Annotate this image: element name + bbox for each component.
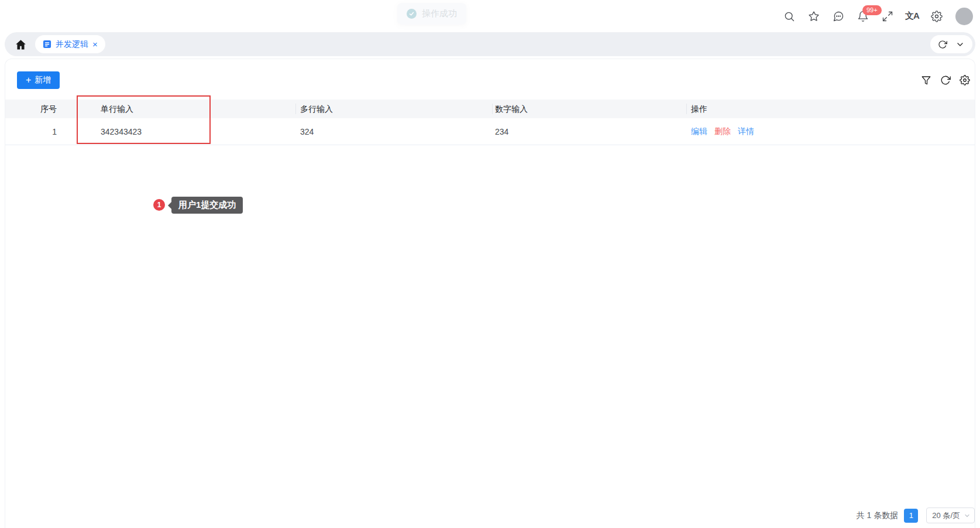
bell-icon[interactable]: 99+ (857, 11, 869, 22)
add-button-label: 新增 (35, 75, 51, 85)
cell-multi-line: 324 (295, 127, 492, 136)
select-chevron-icon (964, 512, 971, 519)
column-header-actions: 操作 (686, 100, 975, 118)
pagination: 共 1 条数据 1 20 条/页 (857, 508, 975, 523)
page-size-value: 20 条/页 (932, 510, 960, 521)
detail-link[interactable]: 详情 (738, 126, 754, 137)
table-toolbar (921, 75, 970, 85)
message-icon[interactable] (833, 11, 844, 22)
notification-badge: 99+ (862, 5, 882, 15)
tab-label: 并发逻辑 (56, 39, 88, 50)
document-icon (43, 40, 51, 49)
table-header: 序号 单行输入 多行输入 数字输入 操作 (5, 100, 975, 118)
cell-actions: 编辑 删除 详情 (686, 126, 975, 137)
tab-concurrent-logic[interactable]: 并发逻辑 × (35, 35, 105, 53)
cell-single-line: 342343423 (77, 127, 295, 136)
refresh-table-icon[interactable] (940, 75, 951, 85)
chevron-down-icon[interactable] (955, 40, 965, 49)
edit-link[interactable]: 编辑 (691, 126, 707, 137)
tab-bar: 并发逻辑 × (5, 32, 975, 56)
success-toast: 操作成功 (397, 3, 466, 25)
delete-link[interactable]: 删除 (714, 126, 731, 137)
column-header-number: 数字输入 (492, 100, 686, 118)
column-header-multi-line: 多行输入 (295, 100, 492, 118)
column-header-index: 序号 (5, 100, 77, 118)
pagination-page-1[interactable]: 1 (904, 509, 918, 523)
step-tooltip: 用户1提交成功 (171, 197, 243, 214)
refresh-icon[interactable] (938, 40, 947, 49)
table-row: 1 342343423 324 234 编辑 删除 详情 (5, 118, 975, 145)
tab-bar-controls (930, 35, 972, 53)
app-window: 操作成功 99+ 文A (0, 0, 980, 528)
content-panel: + 新增 序号 单行输入 多行输入 数字输入 操作 1 342343423 (5, 59, 975, 528)
page-size-select[interactable]: 20 条/页 (926, 508, 975, 523)
check-circle-icon (407, 9, 417, 19)
toast-message: 操作成功 (422, 8, 457, 19)
cell-index: 1 (5, 127, 77, 136)
fullscreen-icon[interactable] (882, 11, 893, 22)
cell-number: 234 (492, 127, 686, 136)
add-button[interactable]: + 新增 (17, 71, 60, 89)
home-icon[interactable] (13, 37, 28, 52)
filter-icon[interactable] (921, 75, 931, 85)
star-icon[interactable] (808, 11, 820, 22)
topbar-actions: 99+ 文A (783, 0, 973, 32)
top-bar: 操作成功 99+ 文A (0, 0, 980, 32)
column-header-single-line: 单行输入 (77, 100, 295, 118)
translate-icon[interactable]: 文A (906, 11, 918, 22)
column-settings-icon[interactable] (960, 75, 970, 85)
search-icon[interactable] (783, 11, 795, 22)
plus-icon: + (26, 76, 31, 85)
settings-icon[interactable] (931, 11, 943, 22)
pagination-total: 共 1 条数据 (857, 510, 899, 521)
user-avatar[interactable] (955, 8, 973, 25)
step-number-badge: 1 (153, 199, 165, 211)
tab-close-icon[interactable]: × (92, 40, 98, 49)
